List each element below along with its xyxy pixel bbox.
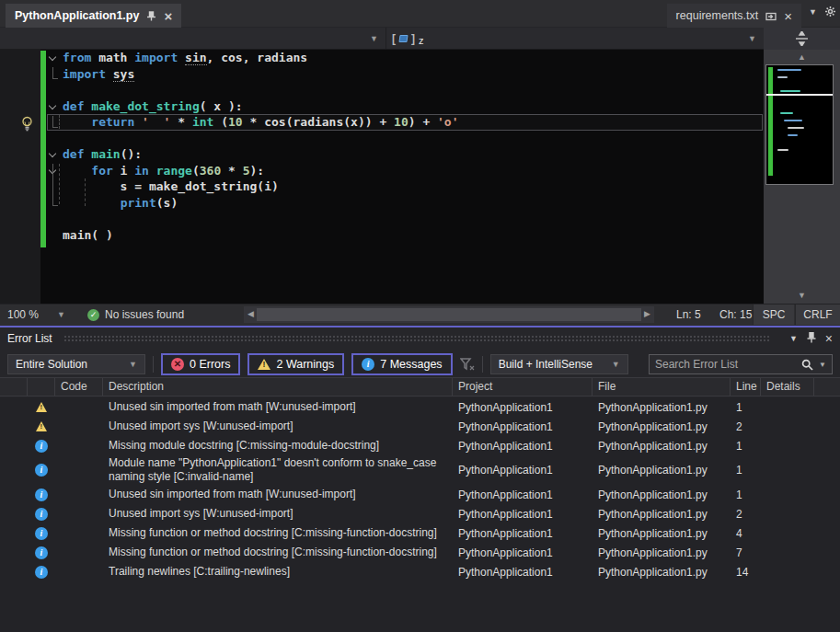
code-token: make_dot_string [91,99,199,113]
warning-icon [28,420,55,432]
column-header-blank[interactable] [0,378,28,396]
scope-filter-value: Entire Solution [16,358,87,371]
cell-line: 1 [731,463,761,477]
scope-filter-dropdown[interactable]: Entire Solution ▼ [7,354,145,374]
filter-funnel-icon[interactable] [460,358,475,371]
source-filter-dropdown[interactable]: Build + IntelliSense ▼ [490,354,628,374]
panel-title: Error List [7,332,52,345]
spaces-mode-button[interactable]: SPC [753,305,794,325]
code-token: from [63,51,91,64]
error-list-row[interactable]: iUnused import sys [W:unused-import]Pyth… [0,504,840,523]
pin-panel-icon[interactable] [807,332,816,345]
cell-file: PythonApplication1.py [593,507,731,522]
row-margin [0,407,28,408]
cell-details [761,469,814,471]
tab-requirements[interactable]: requirements.txt × [667,4,801,28]
chevron-down-icon: ▼ [370,34,378,43]
horizontal-scrollbar[interactable]: ◀ ▶ [244,306,654,323]
code-token: print [121,196,156,210]
code-line[interactable] [0,82,459,98]
code-editor[interactable]: from math import sin, cos, radiansimport… [0,50,764,304]
error-list-row[interactable]: iMissing function or method docstring [C… [0,543,840,562]
cell-file: PythonApplication1.py [593,439,731,454]
line-ending-button[interactable]: CRLF [795,305,840,325]
search-options-chevron-icon[interactable]: ▼ [819,361,826,369]
error-list-row[interactable]: iTrailing newlines [C:trailing-newlines]… [0,562,840,581]
code-line[interactable]: return ' ' * int (10 * cos(radians(x)) +… [0,114,459,131]
error-list-row[interactable]: iMissing function or method docstring [C… [0,523,840,543]
zoom-control[interactable]: 100 % ▼ [7,305,65,325]
cell-file: PythonApplication1.py [593,488,731,502]
cell-project: PythonApplication1 [453,546,593,560]
close-panel-icon[interactable]: × [825,331,833,346]
search-error-list-input[interactable]: Search Error List ▼ [649,354,833,374]
vertical-scrollbar[interactable]: ▲ ▼ [764,50,840,304]
code-line[interactable]: for i in range(360 * 5): [0,163,459,179]
close-icon[interactable]: × [164,9,172,23]
tab-pythonapplication1[interactable]: PythonApplication1.py × [6,4,181,28]
vs-window: PythonApplication1.py × requirements.txt… [0,0,840,632]
scroll-down-icon[interactable]: ▼ [764,291,840,300]
code-line[interactable]: main( ) [0,227,459,244]
nav-project-dropdown[interactable]: ▼ [0,28,386,49]
code-line[interactable]: def make_dot_string( x ): [0,98,459,115]
code-token: 360 [200,164,221,178]
error-list-row[interactable]: iModule name "PythonApplication1" doesn'… [0,455,840,485]
cell-description: Module name "PythonApplication1" doesn't… [103,455,453,485]
row-margin [0,469,28,471]
drag-grip[interactable] [63,335,769,342]
column-header-line[interactable]: Line [731,378,761,396]
column-header-details[interactable]: Details [761,378,814,396]
issues-indicator[interactable]: ✓ No issues found [87,305,184,325]
search-icon[interactable] [801,359,813,371]
code-token: import [134,51,178,64]
close-icon[interactable]: × [784,9,792,23]
errors-filter-button[interactable]: ✕ 0 Errors [161,353,240,375]
cell-line: 1 [731,439,761,454]
code-line[interactable]: def main(): [0,146,459,163]
error-list-row[interactable]: Unused sin imported from math [W:unused-… [0,397,840,417]
error-list-panel: Error List ▼ × Entire Solution ▼ ✕ 0 Err… [0,326,840,632]
column-header-file[interactable]: File [593,378,731,396]
error-list-row[interactable]: iMissing module docstring [C:missing-mod… [0,436,840,455]
nav-member-dropdown[interactable]: [ ] z ▼ [386,28,764,49]
code-token: in [134,164,149,178]
minimap-code-line [777,69,801,71]
code-token [63,115,91,129]
info-icon: i [362,358,374,371]
scroll-right-icon[interactable]: ▶ [644,309,650,318]
code-line[interactable] [0,131,459,147]
code-line[interactable]: from math import sin, cos, radians [0,50,459,66]
cell-code [55,552,103,554]
code-token: main( ) [63,228,113,242]
cell-details [761,426,814,428]
code-line[interactable]: s = make_dot_string(i) [0,178,459,195]
tab-list-chevron-icon[interactable]: ▼ [809,7,817,17]
column-header-blank[interactable] [28,378,55,396]
column-header-code[interactable]: Code [55,378,103,396]
keep-open-icon[interactable] [765,11,777,21]
code-token: * [221,164,242,178]
cell-project: PythonApplication1 [453,526,593,541]
code-line[interactable]: print(s) [0,195,459,212]
chevron-down-icon: ▼ [129,360,137,369]
minimap[interactable] [765,64,834,185]
cell-project: PythonApplication1 [453,400,593,415]
error-list-row[interactable]: iUnused sin imported from math [W:unused… [0,485,840,504]
split-editor-handle[interactable] [764,28,840,50]
settings-gear-icon[interactable] [824,6,836,17]
cell-details [761,513,814,515]
warnings-filter-button[interactable]: 2 Warnings [247,353,344,375]
scroll-left-icon[interactable]: ◀ [247,309,254,318]
code-line[interactable] [0,211,459,227]
column-header-description[interactable]: Description [103,378,453,396]
panel-title-bar[interactable]: Error List ▼ × [0,327,840,350]
error-list-row[interactable]: Unused import sys [W:unused-import]Pytho… [0,417,840,436]
scrollbar-thumb[interactable] [257,308,641,321]
window-position-chevron-icon[interactable]: ▼ [789,334,798,343]
code-line[interactable]: import sys [0,66,459,83]
pin-icon[interactable] [146,11,156,21]
column-header-project[interactable]: Project [453,378,593,396]
messages-filter-button[interactable]: i 7 Messages [351,353,452,375]
scroll-up-icon[interactable]: ▲ [764,52,840,62]
